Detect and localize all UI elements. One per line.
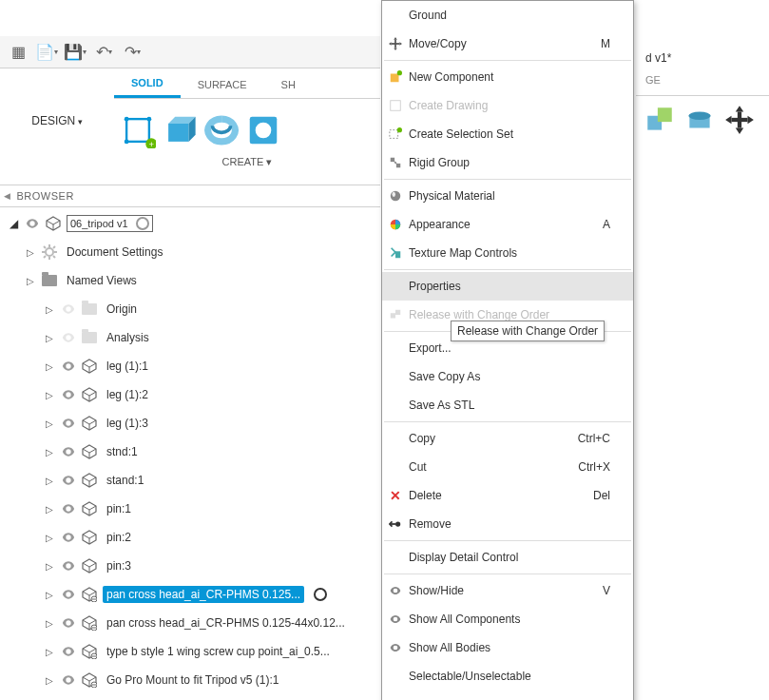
eye-icon[interactable] (61, 587, 76, 602)
tree-item-pin-3[interactable]: ▷ pin:3 (0, 552, 380, 580)
svg-line-24 (44, 246, 46, 248)
tree-item-pan-cross-head-1[interactable]: ▷ pan cross head_ai_CR-PHMS 0.125... (0, 580, 380, 609)
tree-item-pan-cross-head-2[interactable]: ▷ pan cross head_ai_CR-PHMS 0.125-44x0.1… (0, 609, 380, 637)
activate-radio[interactable] (314, 588, 327, 601)
menu-rigid-group[interactable]: Rigid Group (382, 148, 633, 177)
svg-rect-49 (390, 130, 398, 139)
tree-item-leg-1-3[interactable]: ▷ leg (1):3 (0, 409, 380, 438)
menu-physical-material[interactable]: Physical Material (382, 182, 633, 210)
menu-properties[interactable]: Properties (382, 272, 633, 301)
eye-icon[interactable] (61, 615, 76, 631)
item-label: type b style 1 wing screw cup point_ai_0… (103, 643, 334, 660)
move-icon[interactable] (723, 104, 756, 139)
svg-rect-13 (658, 107, 672, 122)
menu-appearance[interactable]: AppearanceA (382, 210, 633, 239)
menu-delete[interactable]: ✕ DeleteDel (382, 481, 633, 510)
eye-icon[interactable] (61, 672, 76, 688)
svg-point-3 (125, 140, 129, 145)
sphere-icon[interactable] (245, 112, 281, 148)
menu-remove[interactable]: Remove (382, 510, 633, 538)
tab-ge[interactable]: GE (636, 70, 769, 96)
menu-move-copy[interactable]: Move/CopyM (382, 29, 633, 58)
undo-icon[interactable]: ↶▾ (91, 40, 116, 65)
tree-item-leg-1-1[interactable]: ▷ leg (1):1 (0, 352, 380, 380)
eye-icon[interactable] (61, 644, 76, 659)
svg-rect-48 (391, 101, 401, 111)
menu-texture-map[interactable]: Texture Map Controls (382, 239, 633, 267)
revolve-icon[interactable] (203, 112, 240, 148)
linked-component-icon (82, 587, 97, 602)
tree-item-document-settings[interactable]: ▷ Document Settings (0, 238, 380, 266)
eye-icon[interactable] (61, 416, 76, 431)
svg-rect-45 (392, 43, 400, 45)
linked-component-icon (82, 672, 97, 688)
item-label: pan cross head_ai_CR-PHMS 0.125-44x0.12.… (103, 614, 349, 632)
eye-icon[interactable] (61, 473, 76, 488)
tree-item-pin-1[interactable]: ▷ pin:1 (0, 495, 380, 523)
file-icon[interactable]: 📄▾ (34, 40, 59, 65)
toolbody-icon[interactable] (683, 104, 716, 139)
menu-save-copy-as[interactable]: Save Copy As (382, 362, 633, 391)
eye-icon[interactable] (61, 444, 76, 459)
tree-item-named-views[interactable]: ▷ Named Views (0, 266, 380, 295)
menu-show-all-bodies[interactable]: Show All Bodies (382, 633, 633, 662)
eye-icon[interactable] (61, 530, 76, 545)
item-label-selected: pan cross head_ai_CR-PHMS 0.125... (103, 586, 304, 603)
new-component-icon (388, 69, 403, 85)
menu-cut[interactable]: CutCtrl+X (382, 453, 633, 481)
svg-rect-52 (396, 164, 400, 167)
item-label: stnd:1 (103, 443, 142, 460)
more-icon[interactable] (287, 112, 323, 148)
tab-sheet[interactable]: SH (264, 70, 313, 98)
folder-icon (82, 330, 97, 345)
eye-icon[interactable] (61, 501, 76, 516)
tab-solid[interactable]: SOLID (114, 70, 181, 98)
eye-icon[interactable] (61, 387, 76, 402)
svg-rect-58 (391, 313, 395, 318)
save-icon[interactable]: 💾▾ (63, 40, 87, 65)
redo-icon[interactable]: ↷▾ (120, 40, 144, 65)
rigid-group-icon (388, 155, 403, 170)
tree-item-wing-screw[interactable]: ▷ type b style 1 wing screw cup point_ai… (0, 637, 380, 666)
tree-item-pin-2[interactable]: ▷ pin:2 (0, 523, 380, 552)
eye-icon[interactable] (25, 216, 40, 231)
svg-point-1 (125, 117, 129, 122)
eye-icon[interactable] (61, 359, 76, 374)
component-icon (82, 558, 97, 574)
svg-rect-46 (391, 74, 399, 83)
tab-surface[interactable]: SURFACE (181, 70, 264, 98)
tree-root[interactable]: ◢ 06_tripod v1 (0, 209, 380, 238)
menu-display-detail-control[interactable]: Display Detail Control (382, 543, 633, 572)
menu-copy[interactable]: CopyCtrl+C (382, 424, 633, 453)
assembly-icon[interactable] (644, 104, 676, 139)
tree-item-leg-1-2[interactable]: ▷ leg (1):2 (0, 380, 380, 409)
sketch-icon[interactable]: + (120, 112, 156, 148)
grid-icon[interactable]: ▦ (6, 40, 30, 65)
eye-icon[interactable] (61, 558, 76, 574)
workspace-switcher[interactable]: DESIGN (24, 110, 90, 131)
tree-item-analysis[interactable]: ▷ Analysis (0, 323, 380, 352)
browser-header[interactable]: ◀ BROWSER (0, 185, 380, 207)
menu-show-hide[interactable]: Show/HideV (382, 576, 633, 605)
selection-set-icon (388, 126, 403, 142)
tree-item-stand-1[interactable]: ▷ stand:1 (0, 466, 380, 495)
menu-ground[interactable]: Ground (382, 1, 633, 29)
create-panel-label[interactable]: CREATE ▾ (114, 156, 380, 168)
eye-icon[interactable] (61, 330, 76, 345)
tree-item-gopro-mount[interactable]: ▷ Go Pro Mount to fit Tripod v5 (1):1 (0, 666, 380, 694)
tree-item-origin[interactable]: ▷ Origin (0, 295, 380, 323)
root-label[interactable]: 06_tripod v1 (67, 215, 153, 232)
eye-icon[interactable] (61, 301, 76, 317)
menu-new-component[interactable]: New Component (382, 63, 633, 91)
item-label: Origin (103, 301, 141, 318)
tree-item-stnd-1[interactable]: ▷ stnd:1 (0, 438, 380, 466)
menu-show-all-components[interactable]: Show All Components (382, 605, 633, 633)
box-icon[interactable] (162, 112, 198, 148)
menu-selectable-unselectable[interactable]: Selectable/Unselectable (382, 662, 633, 690)
menu-create-selection-set[interactable]: Create Selection Set (382, 120, 633, 148)
svg-line-53 (394, 162, 396, 164)
component-icon (46, 216, 61, 231)
activate-radio[interactable] (136, 217, 149, 230)
menu-opacity-control[interactable]: Opacity Control▶ (382, 690, 633, 700)
menu-save-as-stl[interactable]: Save As STL (382, 391, 633, 419)
